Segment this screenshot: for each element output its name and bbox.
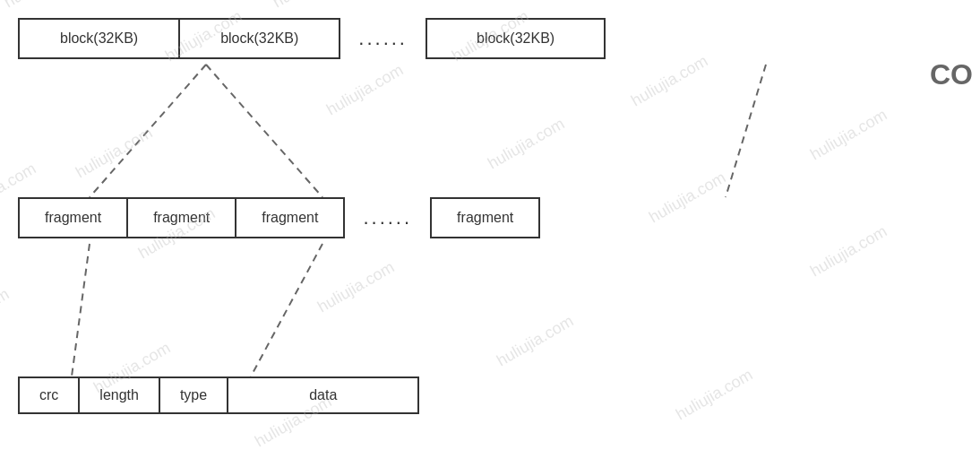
dots-2: ...... bbox=[345, 206, 430, 229]
data-cell-crc: crc bbox=[20, 378, 80, 412]
block-cell-2: block(32KB) bbox=[180, 20, 339, 57]
data-cell-type: type bbox=[160, 378, 228, 412]
data-cell-length: length bbox=[80, 378, 160, 412]
svg-line-3 bbox=[72, 244, 90, 376]
svg-line-0 bbox=[90, 65, 206, 197]
data-cell-data: data bbox=[228, 378, 417, 412]
svg-line-4 bbox=[251, 244, 322, 376]
diagram: block(32KB) block(32KB) ...... block(32K… bbox=[0, 0, 980, 450]
block-group-1: block(32KB) block(32KB) bbox=[18, 18, 340, 59]
fragment-cell-extra: fragment bbox=[430, 197, 540, 238]
svg-line-2 bbox=[726, 65, 766, 197]
fragment-cell-1: fragment bbox=[20, 199, 128, 237]
block-cell-extra: block(32KB) bbox=[426, 18, 606, 59]
dots-1: ...... bbox=[340, 27, 426, 50]
fragment-cell-3: fragment bbox=[236, 199, 343, 237]
co-label: CO bbox=[930, 58, 973, 91]
data-row: crc length type data bbox=[18, 376, 419, 414]
fragment-cell-2: fragment bbox=[128, 199, 236, 237]
fragment-group-1: fragment fragment fragment bbox=[18, 197, 345, 238]
block-cell-1: block(32KB) bbox=[20, 20, 180, 57]
svg-line-1 bbox=[206, 65, 322, 197]
